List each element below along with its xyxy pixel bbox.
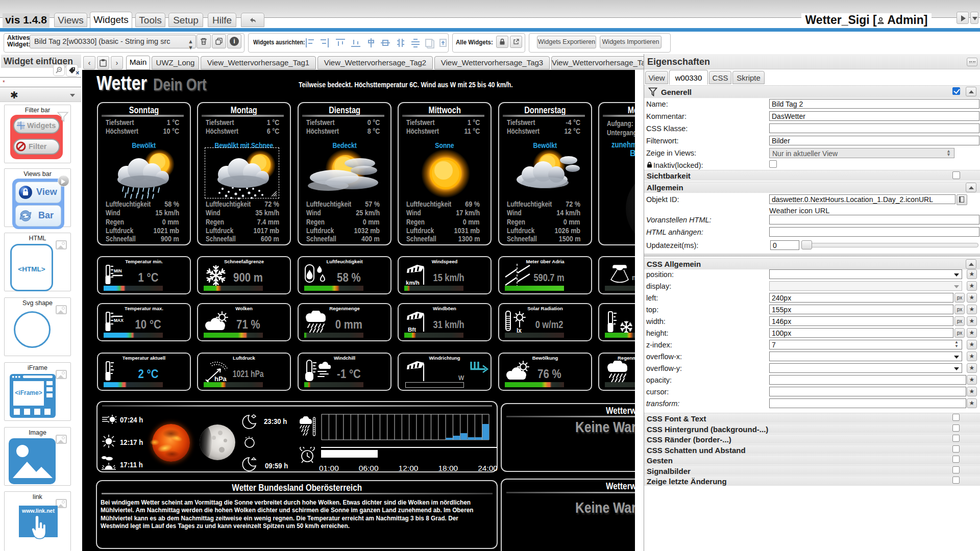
- svg-text:<iFrame>: <iFrame>: [15, 389, 42, 396]
